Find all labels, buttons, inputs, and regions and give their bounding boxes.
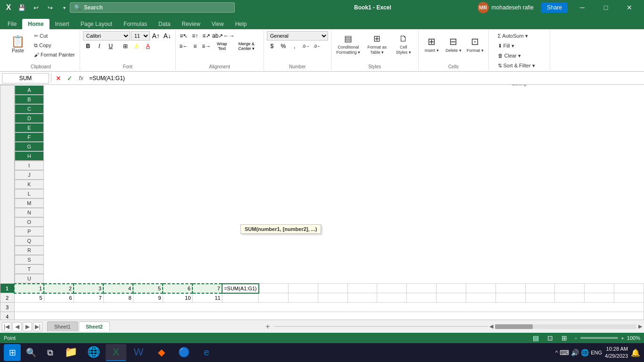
maximize-button[interactable]: □	[595, 0, 617, 15]
cell-F2[interactable]: 10	[163, 293, 192, 303]
taskbar-excel-button[interactable]: X	[106, 344, 126, 361]
tray-keyboard-button[interactable]: ⌨	[560, 349, 569, 356]
fill-color-button[interactable]: A	[132, 41, 142, 51]
clear-button[interactable]: 🗑 Clear ▾	[496, 51, 523, 60]
increase-font-button[interactable]: A↑	[151, 31, 161, 41]
col-header-I[interactable]: I	[15, 161, 44, 170]
col-header-O[interactable]: O	[15, 217, 44, 227]
italic-button[interactable]: I	[94, 41, 105, 51]
taskbar-word-button[interactable]: W	[128, 344, 149, 361]
cell-K1[interactable]	[318, 284, 347, 293]
col-header-U[interactable]: U	[15, 274, 44, 283]
tray-volume-button[interactable]: 🔊	[571, 349, 579, 356]
cell-Q1[interactable]	[495, 284, 525, 293]
cell-O1[interactable]	[437, 284, 466, 293]
cell-R1[interactable]	[525, 284, 555, 293]
cell-S2[interactable]	[555, 293, 585, 303]
cut-button[interactable]: ✂ Cut	[32, 31, 77, 41]
align-left-button[interactable]: ≡←	[179, 41, 189, 51]
taskbar-extra-button[interactable]: ◆	[151, 344, 172, 361]
minimize-button[interactable]: ─	[571, 0, 593, 15]
cell-L1[interactable]	[347, 284, 377, 293]
cell-B1[interactable]: 2	[44, 284, 74, 293]
sheet-tab-Sheet1[interactable]: Sheet1	[47, 321, 78, 331]
autosum-button[interactable]: Σ AutoSum ▾	[496, 31, 530, 41]
col-header-K[interactable]: K	[15, 180, 44, 189]
scroll-left-button[interactable]: ◀	[489, 323, 493, 329]
sheet-nav-prev-button[interactable]: ◀	[12, 322, 22, 331]
increase-decimal-button[interactable]: .0←	[312, 41, 322, 51]
col-header-C[interactable]: C	[15, 104, 44, 114]
indent-button[interactable]: ←→	[224, 31, 234, 41]
start-button[interactable]: ⊞	[4, 344, 21, 361]
cell-P2[interactable]	[466, 293, 495, 303]
cell-U2[interactable]	[614, 293, 644, 303]
zoom-out-button[interactable]: －	[573, 335, 578, 342]
tray-lang[interactable]: ENG	[591, 350, 602, 355]
undo-qat-button[interactable]: ↩	[30, 2, 41, 13]
col-header-M[interactable]: M	[15, 198, 44, 208]
cell-R2[interactable]	[525, 293, 555, 303]
taskbar-edge-button[interactable]: e	[196, 344, 217, 361]
sheet-nav-last-button[interactable]: ▶|	[33, 322, 42, 331]
close-button[interactable]: ✕	[619, 0, 640, 15]
save-qat-button[interactable]: 💾	[16, 2, 27, 13]
cell-C2[interactable]: 7	[74, 293, 103, 303]
cell-A1[interactable]: 1	[14, 284, 44, 293]
tab-formulas[interactable]: Formulas	[118, 19, 153, 29]
col-header-D[interactable]: D	[15, 114, 44, 123]
decrease-font-button[interactable]: A↓	[162, 31, 173, 41]
cell-A2[interactable]: 5	[14, 293, 44, 303]
col-header-N[interactable]: N	[15, 208, 44, 217]
col-header-B[interactable]: B	[15, 95, 44, 104]
taskbar-chrome-button[interactable]: 🔵	[173, 344, 194, 361]
percent-button[interactable]: %	[278, 41, 289, 51]
cell-N1[interactable]	[407, 284, 437, 293]
confirm-formula-button[interactable]: ✓	[65, 73, 75, 83]
paste-button[interactable]: 📋 Paste	[5, 31, 31, 58]
tab-file[interactable]: File	[2, 19, 22, 29]
cell-S1[interactable]	[555, 284, 585, 293]
cell-E2[interactable]: 9	[133, 293, 163, 303]
align-top-center-button[interactable]: ≡↑	[190, 31, 200, 41]
col-header-F[interactable]: F	[15, 132, 44, 142]
sheet-nav-next-button[interactable]: ▶	[23, 322, 32, 331]
scroll-right-button[interactable]: ▶	[638, 323, 642, 329]
tab-data[interactable]: Data	[153, 19, 176, 29]
sort-filter-button[interactable]: ⇅ Sort & Filter ▾	[496, 61, 537, 70]
tab-view[interactable]: View	[206, 19, 230, 29]
zoom-slider[interactable]	[580, 337, 618, 339]
cell-J2[interactable]	[288, 293, 318, 303]
cell-Q2[interactable]	[495, 293, 525, 303]
redo-qat-button[interactable]: ↪	[44, 2, 56, 13]
cancel-formula-button[interactable]: ✕	[53, 73, 64, 83]
user-area[interactable]: MR mohadeseh rafie	[474, 2, 537, 13]
share-button[interactable]: Share	[541, 2, 568, 13]
taskbar-clock-area[interactable]: 10:28 AM 4/29/2023	[605, 346, 628, 360]
col-header-H[interactable]: H	[15, 151, 44, 161]
cell-D1[interactable]: 4	[103, 284, 133, 293]
col-header-G[interactable]: G	[15, 142, 44, 151]
cell-I2[interactable]	[259, 293, 289, 303]
font-family-select[interactable]: Calibri	[83, 31, 130, 41]
format-cells-button[interactable]: ⊡ Format ▾	[465, 31, 486, 58]
cell-M1[interactable]	[377, 284, 407, 293]
cell-C1[interactable]: 3	[74, 284, 103, 293]
align-top-right-button[interactable]: ≡↗	[201, 31, 212, 41]
taskbar-file-manager-button[interactable]: 📁	[60, 344, 81, 361]
tab-help[interactable]: Help	[230, 19, 253, 29]
tab-home[interactable]: Home	[22, 19, 49, 29]
cell-T1[interactable]	[585, 284, 614, 293]
cell-styles-button[interactable]: 🗋 CellStyles ▾	[392, 31, 415, 58]
cell-U1[interactable]	[614, 284, 644, 293]
font-size-select[interactable]: 11	[131, 31, 150, 41]
taskbar-task-view-button[interactable]: ⧉	[41, 344, 58, 361]
col-header-T[interactable]: T	[15, 264, 44, 274]
taskbar-browser-button[interactable]: 🌐	[83, 344, 104, 361]
page-layout-view-button[interactable]: ⊡	[545, 334, 555, 342]
tab-insert[interactable]: Insert	[50, 19, 75, 29]
cell-T2[interactable]	[585, 293, 614, 303]
notification-button[interactable]: 🔔	[631, 348, 640, 357]
cell-P1[interactable]	[466, 284, 495, 293]
wrap-text-button[interactable]: Wrap Text	[213, 41, 231, 51]
